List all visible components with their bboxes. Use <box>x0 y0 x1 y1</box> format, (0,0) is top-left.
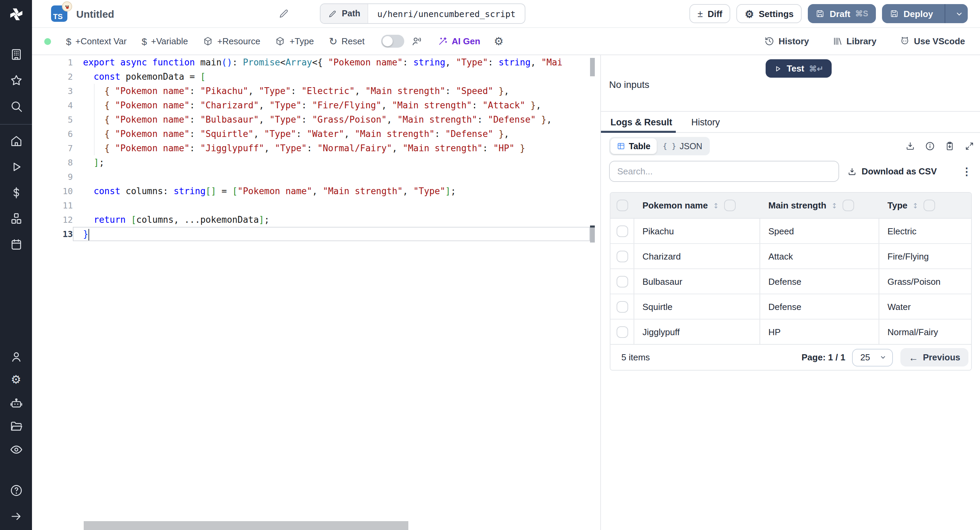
table-cell: Bulbasaur <box>634 269 760 294</box>
copy-result-clipboard-icon[interactable] <box>945 141 955 151</box>
favorites-star-icon[interactable] <box>9 73 23 87</box>
add-resource-button[interactable]: +Resource <box>203 36 260 46</box>
column-filter-box[interactable] <box>924 200 935 211</box>
code-editor[interactable]: 1export async function main(): Promise<A… <box>32 55 600 530</box>
use-vscode-button[interactable]: Use VScode <box>900 36 965 46</box>
row-checkbox[interactable] <box>616 276 628 287</box>
path-label-section: Path <box>321 4 369 23</box>
code-line[interactable]: 3 { "Pokemon name": "Pikachu", "Type": "… <box>32 84 590 98</box>
code-line[interactable]: 1export async function main(): Promise<A… <box>32 55 590 69</box>
add-context-var-button[interactable]: $ +Context Var <box>66 36 127 47</box>
expand-icon[interactable] <box>964 141 975 151</box>
select-all-checkbox[interactable] <box>617 200 628 211</box>
add-type-button[interactable]: +Type <box>275 36 314 46</box>
expand-sidebar-arrow-icon[interactable] <box>9 509 23 523</box>
code-line[interactable]: 13} <box>32 227 590 241</box>
search-icon[interactable] <box>9 99 23 113</box>
sort-icon[interactable] <box>912 201 920 209</box>
download-csv-button[interactable]: Download as CSV <box>847 166 937 176</box>
code-line[interactable]: 11 <box>32 198 590 212</box>
home-icon[interactable] <box>9 134 23 148</box>
library-button[interactable]: Library <box>832 36 877 46</box>
app-root: ⚙ TS Untitled <box>0 0 980 530</box>
editor-overview-ruler[interactable] <box>590 55 595 530</box>
save-icon <box>889 9 899 18</box>
editor-settings-gear-icon[interactable]: ⚙ <box>494 36 504 47</box>
code-line[interactable]: 12 return [columns, ...pokemonData]; <box>32 212 590 227</box>
download-icon[interactable] <box>905 141 915 151</box>
settings-button[interactable]: ⚙ Settings <box>737 4 802 23</box>
deploy-dropdown-button[interactable] <box>950 9 968 18</box>
edit-summary-pencil-icon[interactable] <box>279 8 290 19</box>
row-checkbox[interactable] <box>616 326 628 338</box>
horizontal-scrollbar-thumb[interactable] <box>84 521 408 530</box>
resources-cubes-icon[interactable] <box>9 212 23 225</box>
table-cell: Defense <box>760 269 879 294</box>
play-icon <box>774 64 782 73</box>
runs-play-icon[interactable] <box>9 160 23 174</box>
table-body: PikachuSpeedElectricCharizardAttackFire/… <box>611 219 971 345</box>
view-toggle-table[interactable]: Table <box>611 138 656 154</box>
code-line[interactable]: 5 { "Pokemon name": "Bulbasaur", "Type":… <box>32 112 590 127</box>
code-line[interactable]: 8 ]; <box>32 155 590 170</box>
test-button[interactable]: Test ⌘↵ <box>765 59 832 78</box>
table-cell: Fire/Flying <box>879 244 971 268</box>
schedules-calendar-icon[interactable] <box>9 238 23 251</box>
path-widget[interactable]: Path u/henri/unencumbered_script <box>320 3 525 24</box>
help-icon[interactable] <box>9 484 23 497</box>
folders-icon[interactable] <box>9 420 23 433</box>
code-line[interactable]: 7 { "Pokemon name": "Jigglypuff", "Type"… <box>32 141 590 155</box>
row-checkbox[interactable] <box>616 225 628 237</box>
table-controls: Download as CSV ⋮ <box>609 161 975 182</box>
add-variable-button[interactable]: $ +Variable <box>142 36 188 47</box>
search-input[interactable] <box>609 161 839 182</box>
row-checkbox[interactable] <box>616 301 628 312</box>
history-clock-icon <box>764 36 775 46</box>
workspace-icon[interactable] <box>9 48 23 61</box>
table-cell: Defense <box>760 294 879 319</box>
code-line[interactable]: 2 const pokemonData = [ <box>32 69 590 84</box>
deploy-button[interactable]: Deploy <box>882 4 968 23</box>
tab-logs-result[interactable]: Logs & Result <box>601 112 682 132</box>
code-line[interactable]: 10 const columns: string[] = ["Pokemon n… <box>32 184 590 198</box>
column-filter-box[interactable] <box>724 200 736 211</box>
row-checkbox[interactable] <box>616 251 628 262</box>
sort-icon[interactable] <box>712 201 720 209</box>
download-icon <box>847 166 857 176</box>
chevron-down-icon <box>955 9 963 18</box>
code-line[interactable]: 6 { "Pokemon name": "Squirtle", "Type": … <box>32 127 590 141</box>
table-row: JigglypuffHPNormal/Fairy <box>611 319 971 345</box>
audit-eye-icon[interactable] <box>9 443 23 457</box>
sort-icon[interactable] <box>830 201 838 209</box>
pencil-icon <box>328 9 337 18</box>
code-line[interactable]: 9 <box>32 170 590 184</box>
windmill-logo-icon[interactable] <box>7 5 25 23</box>
code-line[interactable]: 4 { "Pokemon name": "Charizard", "Type":… <box>32 98 590 112</box>
diff-button[interactable]: ± Diff <box>689 4 730 23</box>
ai-gen-button[interactable]: AI Gen <box>438 36 480 46</box>
line-number: 3 <box>32 84 73 98</box>
dollar-icon: $ <box>142 36 147 47</box>
view-toggle-json[interactable]: { } JSON <box>656 138 708 154</box>
previous-page-button[interactable]: ← Previous <box>900 348 969 367</box>
draft-button[interactable]: Draft ⌘S <box>808 4 875 23</box>
page-size-select[interactable]: 25 <box>852 348 893 366</box>
table-cell: HP <box>760 319 879 344</box>
history-button[interactable]: History <box>764 36 809 46</box>
more-options-kebab-icon[interactable]: ⋮ <box>959 165 975 177</box>
workers-robot-icon[interactable] <box>9 396 23 410</box>
user-icon[interactable] <box>9 350 23 364</box>
test-shortcut: ⌘↵ <box>809 64 824 73</box>
path-label: Path <box>342 9 360 18</box>
tab-history[interactable]: History <box>682 112 730 132</box>
multiplayer-toggle[interactable] <box>381 35 404 48</box>
info-icon[interactable] <box>925 141 935 151</box>
table-row: CharizardAttackFire/Flying <box>611 244 971 269</box>
line-number: 7 <box>32 141 73 155</box>
column-filter-box[interactable] <box>843 200 854 211</box>
line-number: 5 <box>32 112 73 127</box>
settings-gear-icon[interactable]: ⚙ <box>9 373 23 387</box>
reset-button[interactable]: ↻ Reset <box>329 36 364 46</box>
table-row: SquirtleDefenseWater <box>611 294 971 319</box>
variables-dollar-icon[interactable] <box>9 186 23 200</box>
